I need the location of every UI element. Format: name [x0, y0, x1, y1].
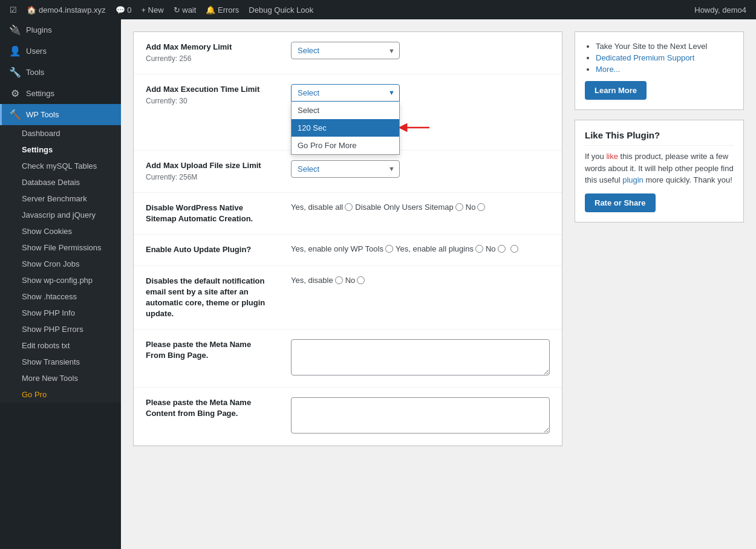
admin-menu: 🔌 Plugins 👤 Users 🔧 Tools ⚙ Settings 🔨 W… [0, 19, 121, 549]
radio-yes-wptools[interactable]: Yes, enable only WP Tools [291, 244, 393, 253]
upgrade-widget: Take Your Site to the Next Level Dedicat… [575, 31, 744, 110]
radio-yes-disable-notif[interactable]: Yes, disable [291, 276, 343, 285]
table-row: Add Max Upload File size Limit Currently… [134, 150, 562, 192]
settings-table: Add Max Memory Limit Currently: 256 Sele… [134, 32, 562, 446]
submenu-item-show-cookies[interactable]: Show Cookies [0, 223, 121, 239]
radio-sitemap-no[interactable]: No [466, 203, 486, 212]
adminbar-errors[interactable]: 🔔 Errors [201, 0, 244, 19]
max-upload-select-wrapper: Select ▼ [291, 160, 400, 178]
submenu-item-show-htaccess[interactable]: Show .htaccess [0, 288, 121, 305]
submenu-item-database-details[interactable]: Database Detais [0, 174, 121, 190]
radio-notif-no[interactable]: No [345, 276, 365, 285]
submenu-item-edit-robots[interactable]: Edit robots txt [0, 337, 121, 354]
disable-sitemap-radio-group: Yes, disable all Disable Only Users Site… [291, 203, 550, 212]
max-memory-label: Add Max Memory Limit Currently: 256 [134, 32, 279, 74]
meta-name-bing-label: Please paste the Meta Name From Bing Pag… [134, 330, 279, 388]
max-memory-select-wrapper: Select ▼ [291, 42, 400, 59]
auto-update-label: Enable Auto Update Plugin? [134, 235, 279, 265]
content-inner: Add Max Memory Limit Currently: 256 Sele… [133, 31, 744, 446]
disable-sitemap-field: Yes, disable all Disable Only Users Site… [279, 192, 562, 234]
max-exec-select[interactable]: Select [291, 84, 400, 102]
sidebar-item-wptools[interactable]: 🔨 WP Tools [0, 104, 121, 125]
sidebar-widgets: Take Your Site to the Next Level Dedicat… [575, 31, 744, 223]
auto-update-field: Yes, enable only WP Tools Yes, enable al… [279, 235, 562, 265]
radio-autoupdate-extra[interactable] [510, 245, 518, 253]
submenu-item-go-pro[interactable]: Go Pro [0, 386, 121, 403]
dropdown-option-gopro[interactable]: Go Pro For More [292, 137, 399, 154]
max-exec-dropdown-options: Select 120 Sec [291, 102, 400, 155]
max-upload-select[interactable]: Select [291, 160, 400, 178]
submenu-item-show-file-permissions[interactable]: Show File Permissions [0, 239, 121, 256]
adminbar-wait[interactable]: ↻ wait [169, 0, 201, 19]
max-exec-field: Select ▼ Select 120 Sec [279, 74, 562, 150]
tools-icon: 🔧 [9, 67, 21, 78]
radio-autoupdate-no[interactable]: No [486, 244, 506, 253]
list-item: Take Your Site to the Next Level [596, 42, 734, 51]
more-link[interactable]: More... [596, 65, 620, 74]
submenu-item-settings[interactable]: Settings [0, 141, 121, 158]
dropdown-option-120sec[interactable]: 120 Sec [292, 119, 399, 137]
max-upload-field: Select ▼ [279, 150, 562, 192]
sidebar-item-settings[interactable]: ⚙ Settings [0, 83, 121, 104]
sidebar-item-users[interactable]: 👤 Users [0, 41, 121, 62]
disable-notification-label: Disables the default notification email … [134, 265, 279, 330]
table-row: Add Max Memory Limit Currently: 256 Sele… [134, 32, 562, 74]
submenu-item-show-cron-jobs[interactable]: Show Cron Jobs [0, 256, 121, 272]
max-exec-dropdown-container: Select ▼ Select 120 Sec [291, 84, 400, 102]
dedicated-support-link[interactable]: Dedicated Premium Support [596, 53, 694, 62]
wptools-submenu: Dashboard Settings Check mySQL Tables Da… [0, 125, 121, 403]
table-row: Please paste the Meta Name Content from … [134, 388, 562, 446]
meta-content-bing-label: Please paste the Meta Name Content from … [134, 388, 279, 446]
submenu-item-dashboard[interactable]: Dashboard [0, 125, 121, 141]
submenu-item-more-new-tools[interactable]: More New Tools [0, 370, 121, 386]
radio-yes-all-plugins[interactable]: Yes, enable all plugins [396, 244, 483, 253]
submenu-item-show-php-info[interactable]: Show PHP Info [0, 305, 121, 321]
submenu-item-javascript-jquery[interactable]: Javascrip and jQuery [0, 207, 121, 223]
adminbar-site-url[interactable]: 🏠 demo4.instawp.xyz [22, 0, 111, 19]
dropdown-option-select[interactable]: Select [292, 102, 399, 119]
rate-or-share-button[interactable]: Rate or Share [585, 193, 656, 212]
disable-notification-radio-group: Yes, disable No [291, 276, 550, 285]
users-icon: 👤 [9, 45, 21, 57]
meta-name-bing-textarea[interactable] [291, 339, 550, 375]
settings-icon: ⚙ [9, 88, 21, 99]
adminbar-wp-logo[interactable]: ☑ [5, 0, 22, 19]
meta-name-bing-field [279, 330, 562, 388]
submenu-item-server-benchmark[interactable]: Server Benchmark [0, 190, 121, 207]
max-memory-select[interactable]: Select [291, 42, 400, 59]
table-row: Add Max Execution Time Limit Currently: … [134, 74, 562, 150]
admin-bar: ☑ 🏠 demo4.instawp.xyz 💬 0 + New ↻ wait 🔔… [0, 0, 756, 19]
sidebar-item-plugins[interactable]: 🔌 Plugins [0, 19, 121, 41]
like-plugin-widget: Like This Plugin? If you like this produ… [575, 120, 744, 223]
meta-content-bing-textarea[interactable] [291, 397, 550, 434]
list-item: Dedicated Premium Support [596, 53, 734, 62]
max-memory-field: Select ▼ [279, 32, 562, 74]
home-icon: 🏠 [27, 5, 36, 15]
adminbar-comments[interactable]: 💬 0 [111, 0, 137, 19]
wp-content: Add Max Memory Limit Currently: 256 Sele… [121, 19, 756, 549]
submenu-item-show-wp-config[interactable]: Show wp-config.php [0, 272, 121, 288]
meta-content-bing-field [279, 388, 562, 446]
list-item: More... [596, 65, 734, 74]
like-plugin-title: Like This Plugin? [585, 130, 734, 146]
red-arrow-icon [399, 120, 432, 135]
sidebar-item-tools[interactable]: 🔧 Tools [0, 62, 121, 83]
plugins-icon: 🔌 [9, 24, 21, 36]
submenu-item-show-php-errors[interactable]: Show PHP Errors [0, 321, 121, 337]
settings-form: Add Max Memory Limit Currently: 256 Sele… [133, 31, 562, 446]
submenu-item-show-transients[interactable]: Show Transients [0, 354, 121, 370]
upgrade-list: Take Your Site to the Next Level Dedicat… [585, 42, 734, 74]
adminbar-new[interactable]: + New [136, 0, 168, 19]
learn-more-button[interactable]: Learn More [585, 81, 647, 100]
adminbar-howdy[interactable]: Howdy, demo4 [689, 0, 751, 19]
table-row: Please paste the Meta Name From Bing Pag… [134, 330, 562, 388]
wptools-icon: 🔨 [9, 109, 21, 120]
wp-wrap: 🔌 Plugins 👤 Users 🔧 Tools ⚙ Settings 🔨 W… [0, 19, 756, 549]
like-plugin-text: If you like this product, please write a… [585, 151, 734, 186]
disable-sitemap-label: Disable WordPress Native Sitemap Automat… [134, 192, 279, 234]
table-row: Disables the default notification email … [134, 265, 562, 330]
adminbar-debug[interactable]: Debug Quick Look [244, 0, 318, 19]
radio-yes-disable-all[interactable]: Yes, disable all [291, 203, 353, 212]
submenu-item-check-mysql[interactable]: Check mySQL Tables [0, 158, 121, 174]
radio-disable-only-users[interactable]: Disable Only Users Sitemap [355, 203, 463, 212]
